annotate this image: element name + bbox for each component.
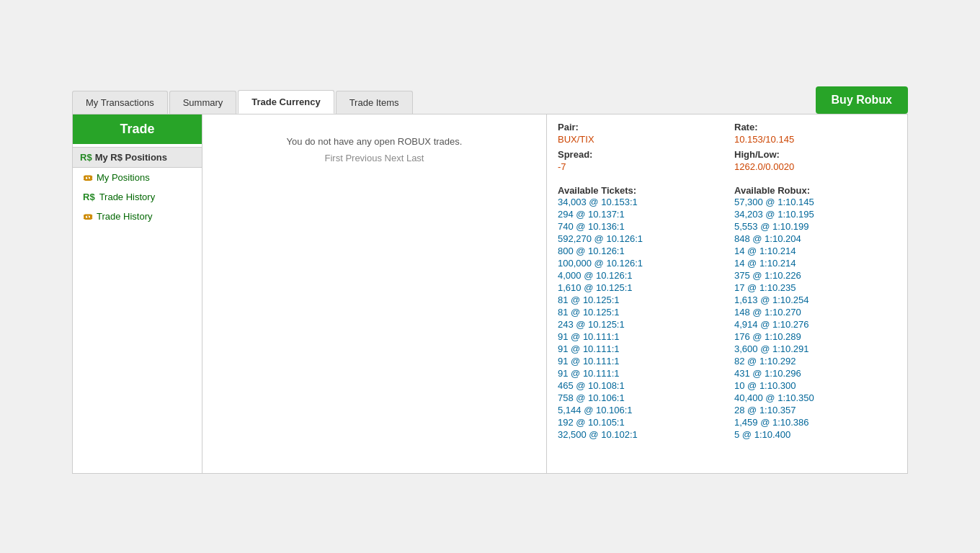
market-data-row: 81 @ 10.125:11,613 @ 1:10.254 <box>558 294 896 306</box>
market-rows: 34,003 @ 10.153:157,300 @ 1:10.145294 @ … <box>558 196 896 441</box>
spread-block: Spread: -7 <box>558 149 720 174</box>
no-trades-message: You do not have any open ROBUX trades. <box>287 136 463 147</box>
robux-item: 375 @ 1:10.226 <box>734 269 896 282</box>
pair-block: Pair: BUX/TIX <box>558 122 720 146</box>
tab-summary[interactable]: Summary <box>169 91 237 114</box>
robux-item: 848 @ 1:10.204 <box>734 233 896 245</box>
robux-item: 1,613 @ 1:10.254 <box>734 294 896 306</box>
ticket-item: 4,000 @ 10.126:1 <box>558 269 720 282</box>
market-data-row: 81 @ 10.125:1148 @ 1:10.270 <box>558 306 896 318</box>
robux-item: 1,459 @ 1:10.386 <box>734 416 896 428</box>
market-data-row: 32,500 @ 10.102:15 @ 1:10.400 <box>558 428 896 441</box>
highlow-value: 1262.0/0.0020 <box>734 161 896 172</box>
spread-label: Spread: <box>558 149 720 160</box>
ticket-item: 32,500 @ 10.102:1 <box>558 428 720 441</box>
ticket-item: 243 @ 10.125:1 <box>558 318 720 331</box>
sidebar-ticket-trade-history[interactable]: 🎟 Trade History <box>73 207 202 226</box>
ticket-item: 192 @ 10.105:1 <box>558 416 720 428</box>
sidebar-rs-trade-history[interactable]: R$ Trade History <box>73 187 202 207</box>
market-data-row: 100,000 @ 10.126:114 @ 1:10.214 <box>558 257 896 269</box>
market-data-row: 5,144 @ 10.106:128 @ 1:10.357 <box>558 404 896 416</box>
content-area: Trade R$ My R$ Positions 🎟 My Positions … <box>72 114 908 474</box>
ticket-item: 740 @ 10.136:1 <box>558 220 720 233</box>
ticket-item: 34,003 @ 10.153:1 <box>558 196 720 208</box>
pair-rate-row: Pair: BUX/TIX Rate: 10.153/10.145 <box>558 122 896 146</box>
market-data-row: 91 @ 10.111:1431 @ 1:10.296 <box>558 367 896 379</box>
market-data-row: 740 @ 10.136:15,553 @ 1:10.199 <box>558 220 896 233</box>
pair-label: Pair: <box>558 122 720 132</box>
market-data-row: 592,270 @ 10.126:1848 @ 1:10.204 <box>558 233 896 245</box>
robux-item: 431 @ 1:10.296 <box>734 367 896 379</box>
ticket-icon-history: 🎟 <box>83 211 92 222</box>
ticket-item: 294 @ 10.137:1 <box>558 208 720 220</box>
robux-item: 5,553 @ 1:10.199 <box>734 220 896 233</box>
ticket-item: 592,270 @ 10.126:1 <box>558 233 720 245</box>
sidebar-my-positions[interactable]: 🎟 My Positions <box>73 168 202 187</box>
pagination-links[interactable]: First Previous Next Last <box>325 153 424 163</box>
market-data-row: 1,610 @ 10.125:117 @ 1:10.235 <box>558 282 896 294</box>
robux-item: 82 @ 1:10.292 <box>734 355 896 367</box>
ticket-item: 758 @ 10.106:1 <box>558 392 720 404</box>
robux-item: 14 @ 1:10.214 <box>734 245 896 257</box>
market-data-row: 91 @ 10.111:182 @ 1:10.292 <box>558 355 896 367</box>
market-data-row: 294 @ 10.137:134,203 @ 1:10.195 <box>558 208 896 220</box>
sidebar-my-rs-positions[interactable]: R$ My R$ Positions <box>73 147 202 168</box>
buy-robux-button[interactable]: Buy Robux <box>816 86 908 114</box>
rate-value: 10.153/10.145 <box>734 134 896 145</box>
robux-item: 40,400 @ 1:10.350 <box>734 392 896 404</box>
robux-icon-history: R$ <box>83 192 95 202</box>
pair-value: BUX/TIX <box>558 134 720 145</box>
market-data-row: 91 @ 10.111:13,600 @ 1:10.291 <box>558 343 896 355</box>
spread-value: -7 <box>558 161 720 172</box>
robux-item: 14 @ 1:10.214 <box>734 257 896 269</box>
highlow-block: High/Low: 1262.0/0.0020 <box>734 149 896 174</box>
center-panel: You do not have any open ROBUX trades. F… <box>202 114 547 473</box>
tickets-col-label: Available Tickets: <box>558 185 720 196</box>
robux-col-label: Available Robux: <box>734 185 896 196</box>
highlow-label: High/Low: <box>734 149 896 160</box>
top-bar <box>0 14 980 86</box>
market-data-row: 34,003 @ 10.153:157,300 @ 1:10.145 <box>558 196 896 208</box>
market-data-row: 91 @ 10.111:1176 @ 1:10.289 <box>558 331 896 343</box>
robux-item: 4,914 @ 1:10.276 <box>734 318 896 331</box>
robux-item: 34,203 @ 1:10.195 <box>734 208 896 220</box>
robux-icon: R$ <box>80 152 92 163</box>
robux-item: 3,600 @ 1:10.291 <box>734 343 896 355</box>
robux-item: 17 @ 1:10.235 <box>734 282 896 294</box>
page-wrapper: My Transactions Summary Trade Currency T… <box>0 0 980 553</box>
ticket-item: 5,144 @ 10.106:1 <box>558 404 720 416</box>
ticket-item: 465 @ 10.108:1 <box>558 379 720 392</box>
robux-item: 176 @ 1:10.289 <box>734 331 896 343</box>
ticket-item: 91 @ 10.111:1 <box>558 355 720 367</box>
ticket-item: 91 @ 10.111:1 <box>558 343 720 355</box>
tab-my-transactions[interactable]: My Transactions <box>72 91 168 114</box>
robux-item: 57,300 @ 1:10.145 <box>734 196 896 208</box>
col-headers-row: Available Tickets: Available Robux: <box>558 179 896 196</box>
market-data-row: 800 @ 10.126:114 @ 1:10.214 <box>558 245 896 257</box>
rate-label: Rate: <box>734 122 896 132</box>
ticket-item: 1,610 @ 10.125:1 <box>558 282 720 294</box>
tab-trade-items[interactable]: Trade Items <box>336 91 413 114</box>
market-data-row: 758 @ 10.106:140,400 @ 1:10.350 <box>558 392 896 404</box>
ticket-item: 91 @ 10.111:1 <box>558 331 720 343</box>
market-data-row: 243 @ 10.125:14,914 @ 1:10.276 <box>558 318 896 331</box>
ticket-item: 81 @ 10.125:1 <box>558 306 720 318</box>
ticket-item: 91 @ 10.111:1 <box>558 367 720 379</box>
spread-highlow-row: Spread: -7 High/Low: 1262.0/0.0020 <box>558 149 896 174</box>
market-data-row: 192 @ 10.105:11,459 @ 1:10.386 <box>558 416 896 428</box>
ticket-icon-positions: 🎟 <box>83 172 92 183</box>
robux-item: 10 @ 1:10.300 <box>734 379 896 392</box>
ticket-item: 81 @ 10.125:1 <box>558 294 720 306</box>
robux-item: 28 @ 1:10.357 <box>734 404 896 416</box>
tabs-row: My Transactions Summary Trade Currency T… <box>72 86 908 114</box>
robux-item: 148 @ 1:10.270 <box>734 306 896 318</box>
rate-block: Rate: 10.153/10.145 <box>734 122 896 146</box>
robux-item: 5 @ 1:10.400 <box>734 428 896 441</box>
main-container: My Transactions Summary Trade Currency T… <box>58 86 922 474</box>
tab-trade-currency[interactable]: Trade Currency <box>238 90 334 114</box>
market-data-row: 4,000 @ 10.126:1375 @ 1:10.226 <box>558 269 896 282</box>
sidebar: Trade R$ My R$ Positions 🎟 My Positions … <box>73 114 202 473</box>
right-panel: Pair: BUX/TIX Rate: 10.153/10.145 Spread… <box>547 114 907 473</box>
market-data-row: 465 @ 10.108:110 @ 1:10.300 <box>558 379 896 392</box>
trade-button[interactable]: Trade <box>73 114 202 144</box>
